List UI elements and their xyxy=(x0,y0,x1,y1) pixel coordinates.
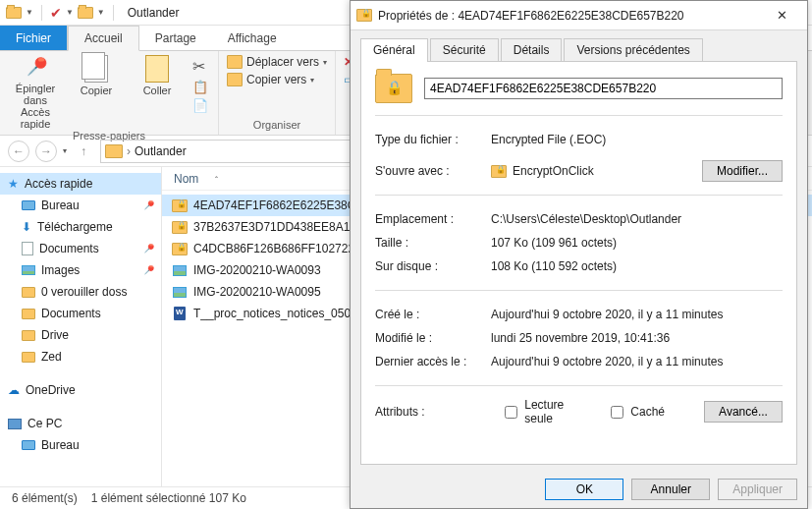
pin-label-2: Accès rapide xyxy=(21,106,51,130)
nav-label: Accès rapide xyxy=(25,177,92,191)
folder-icon xyxy=(22,330,35,341)
prop-key: Attributs : xyxy=(375,405,481,419)
prop-size: Taille :107 Ko (109 961 octets) xyxy=(375,231,783,254)
change-app-button[interactable]: Modifier... xyxy=(702,160,783,182)
cancel-button[interactable]: Annuler xyxy=(631,479,710,500)
nav-pane: ★Accès rapide Bureau📍 ⬇Téléchargeme Docu… xyxy=(0,167,162,486)
tab-general[interactable]: Général xyxy=(360,38,428,62)
nav-downloads[interactable]: ⬇Téléchargeme xyxy=(0,216,161,238)
chevron-down-icon[interactable]: ▼ xyxy=(97,8,105,17)
desktop-icon xyxy=(22,200,35,210)
checkbox-input[interactable] xyxy=(611,406,623,419)
prop-value: Aujourd'hui 9 octobre 2020, il y a 11 mi… xyxy=(491,308,783,321)
nav-documents-2[interactable]: Documents xyxy=(0,303,161,324)
nav-this-pc[interactable]: Ce PC xyxy=(0,413,161,434)
nav-zed[interactable]: Zed xyxy=(0,346,161,368)
copy-label: Copier xyxy=(81,85,112,96)
nav-desktop[interactable]: Bureau📍 xyxy=(0,195,161,216)
dialog-title: Propriétés de : 4EAD74EF1F6862E6225E38CD… xyxy=(378,9,756,23)
selection-info: 1 élément sélectionné 107 Ko xyxy=(91,491,246,505)
file-name: 4EAD74EF1F6862E6225E38CD xyxy=(193,198,364,212)
paste-shortcut-icon[interactable]: 📄 xyxy=(192,98,208,113)
ribbon-group-clipboard: 📍 Épingler dansAccès rapide Copier Colle… xyxy=(0,51,219,135)
document-icon xyxy=(22,242,33,255)
folder-icon xyxy=(78,7,93,19)
tab-home[interactable]: Accueil xyxy=(68,26,139,51)
ribbon-group-label: Organiser xyxy=(227,119,327,131)
pc-icon xyxy=(8,419,22,429)
back-button[interactable]: ← xyxy=(8,141,29,162)
apply-button[interactable]: Appliquer xyxy=(718,479,797,500)
checkbox-input[interactable] xyxy=(505,406,517,419)
nav-onedrive[interactable]: ☁OneDrive xyxy=(0,379,161,401)
filename-input[interactable] xyxy=(424,78,783,99)
separator xyxy=(113,5,114,21)
nav-lock-folder[interactable]: 0 verouiller doss xyxy=(0,281,161,303)
nav-quick-access[interactable]: ★Accès rapide xyxy=(0,173,161,195)
nav-pc-desktop[interactable]: Bureau xyxy=(0,434,161,456)
nav-label: Bureau xyxy=(41,438,80,452)
tab-view[interactable]: Affichage xyxy=(212,26,293,50)
nav-label: Drive xyxy=(41,328,69,342)
tab-previous-versions[interactable]: Versions précédentes xyxy=(564,38,702,62)
breadcrumb-segment[interactable]: Outlander xyxy=(135,144,187,158)
advanced-button[interactable]: Avancé... xyxy=(704,401,783,423)
pin-quick-access-button[interactable]: 📍 Épingler dansAccès rapide xyxy=(8,55,63,130)
copy-to-label: Copier vers xyxy=(246,73,306,86)
app-icon xyxy=(491,165,507,178)
pin-icon: 📍 xyxy=(138,239,157,257)
dialog-titlebar[interactable]: Propriétés de : 4EAD74EF1F6862E6225E38CD… xyxy=(351,1,807,30)
chevron-down-icon[interactable]: ▼ xyxy=(66,8,74,17)
hidden-checkbox[interactable]: Caché xyxy=(607,403,665,422)
dialog-header xyxy=(375,74,783,103)
move-to-button[interactable]: Déplacer vers ▾ xyxy=(227,55,327,69)
onedrive-icon: ☁ xyxy=(8,383,20,397)
prop-created: Créé le :Aujourd'hui 9 octobre 2020, il … xyxy=(375,303,783,326)
prop-accessed: Dernier accès le :Aujourd'hui 9 octobre … xyxy=(375,350,783,373)
chevron-down-icon[interactable]: ▼ xyxy=(26,8,33,17)
tab-share[interactable]: Partage xyxy=(139,26,212,50)
file-name: T__proc_notices_notices_050_ xyxy=(193,307,357,320)
checkmark-icon[interactable]: ✔ xyxy=(50,6,62,20)
image-file-icon xyxy=(173,287,187,298)
desktop-icon xyxy=(22,440,35,450)
prop-opens-with: S'ouvre avec : EncryptOnClick Modifier..… xyxy=(375,159,783,183)
nav-drive[interactable]: Drive xyxy=(0,324,161,346)
paste-button[interactable]: Coller xyxy=(130,55,185,96)
copy-button[interactable]: Copier xyxy=(69,55,124,96)
file-tab[interactable]: Fichier xyxy=(0,26,68,50)
checkbox-label: Caché xyxy=(630,405,665,419)
properties-dialog: Propriétés de : 4EAD74EF1F6862E6225E38CD… xyxy=(350,0,808,509)
ok-button[interactable]: OK xyxy=(545,479,623,500)
clipboard-small-buttons: ✂ 📋 📄 xyxy=(190,55,210,115)
copy-to-button[interactable]: Copier vers ▾ xyxy=(227,73,314,86)
cut-icon[interactable]: ✂ xyxy=(192,57,208,76)
paste-icon xyxy=(145,55,169,83)
pin-icon: 📍 xyxy=(138,196,157,214)
nav-label: Zed xyxy=(41,350,62,364)
chevron-right-icon[interactable]: › xyxy=(127,144,131,158)
nav-images[interactable]: Images📍 xyxy=(0,259,161,281)
prop-value: C:\Users\Céleste\Desktop\Outlander xyxy=(491,212,783,226)
close-button[interactable]: ✕ xyxy=(762,8,801,23)
history-dropdown[interactable]: ▾ xyxy=(63,146,67,155)
up-button[interactable]: ↑ xyxy=(73,141,94,162)
item-count: 6 élément(s) xyxy=(12,491,78,505)
forward-button[interactable]: → xyxy=(35,141,57,162)
tab-security[interactable]: Sécurité xyxy=(430,38,499,62)
prop-value: Aujourd'hui 9 octobre 2020, il y a 11 mi… xyxy=(491,355,783,368)
quick-access-toolbar: ▼ ✔ ▼ ▼ xyxy=(0,5,118,21)
nav-documents[interactable]: Documents📍 xyxy=(0,238,161,259)
copy-path-icon[interactable]: 📋 xyxy=(192,80,208,94)
encrypted-file-icon xyxy=(172,221,188,234)
separator xyxy=(41,5,42,21)
tab-details[interactable]: Détails xyxy=(501,38,563,62)
ribbon-group-organize: Déplacer vers ▾ Copier vers ▾ Organiser xyxy=(219,51,336,135)
copy-icon xyxy=(84,55,108,83)
separator xyxy=(375,195,783,196)
move-icon xyxy=(227,55,243,69)
folder-icon xyxy=(22,287,35,298)
sort-indicator-icon: ˆ xyxy=(215,175,218,185)
dialog-title-prefix: Propriétés de : xyxy=(378,9,458,23)
readonly-checkbox[interactable]: Lecture seule xyxy=(501,398,587,425)
